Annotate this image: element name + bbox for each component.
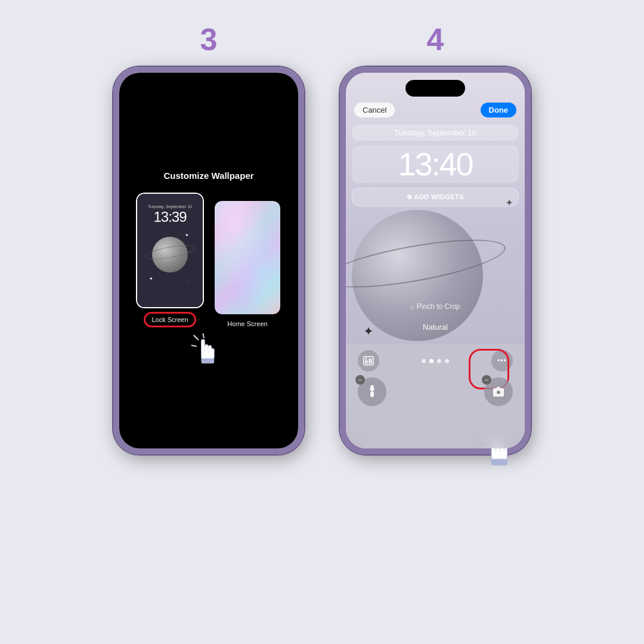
flashlight-minus: − bbox=[355, 375, 365, 385]
planet-preview-small: ✦ ✦ · bbox=[146, 228, 194, 287]
camera-button[interactable]: − bbox=[484, 377, 513, 406]
home-screen-card[interactable]: Home Screen bbox=[213, 200, 281, 327]
phone4-time-bar: 13:40 bbox=[352, 145, 519, 183]
sparkle3: · bbox=[187, 279, 188, 284]
phone4-date-text: Tuesday, September 10 bbox=[358, 128, 513, 137]
step-4-section: 4 ✦ ✦ Cancel Done Tuesday, Septe bbox=[340, 24, 531, 478]
dynamic-island-4 bbox=[405, 80, 465, 97]
step-4-number: 4 bbox=[427, 24, 444, 55]
sparkle2: ✦ bbox=[149, 276, 153, 281]
phone3-background: Customize Wallpaper Tuesday, September 1… bbox=[119, 73, 298, 448]
step-3-section: 3 Customize Wallpaper Tuesday, September… bbox=[113, 24, 304, 454]
phone4-bottom-toolbar: ••• − bbox=[346, 344, 525, 448]
svg-line-0 bbox=[194, 336, 198, 340]
hand-area-3 bbox=[190, 333, 228, 374]
lock-screen-label: Lock Screen bbox=[144, 312, 196, 327]
svg-rect-9 bbox=[369, 358, 372, 364]
home-screen-preview bbox=[215, 201, 280, 314]
dot-4 bbox=[445, 359, 449, 363]
svg-rect-6 bbox=[201, 358, 214, 364]
svg-rect-8 bbox=[365, 360, 368, 364]
natural-text: Natural bbox=[423, 323, 448, 332]
camera-minus: − bbox=[482, 375, 491, 385]
add-widgets-text: ⊕ ADD WIDGETS bbox=[357, 193, 513, 201]
svg-line-1 bbox=[191, 345, 196, 346]
done-button[interactable]: Done bbox=[481, 103, 517, 117]
lock-screen-label-container: Lock Screen bbox=[144, 312, 196, 327]
main-container: 3 Customize Wallpaper Tuesday, September… bbox=[0, 0, 644, 644]
natural-label-container: Natural bbox=[346, 321, 525, 332]
lock-preview-date: Tuesday, September 10 bbox=[148, 205, 192, 209]
phone4-background: ✦ ✦ Cancel Done Tuesday, September 10 13… bbox=[346, 73, 525, 448]
sparkle1: ✦ bbox=[185, 233, 189, 238]
lock-screen-preview: Tuesday, September 10 13:39 ✦ ✦ · bbox=[137, 194, 203, 307]
pinch-to-crop: ⌕ Pinch to Crop bbox=[346, 301, 525, 311]
phone-4: ✦ ✦ Cancel Done Tuesday, September 10 13… bbox=[340, 67, 531, 454]
dot-2 bbox=[429, 359, 434, 363]
svg-line-2 bbox=[203, 333, 203, 338]
dot-1 bbox=[422, 359, 426, 363]
planet-large-container: ✦ ✦ bbox=[346, 192, 525, 359]
phone-3: Customize Wallpaper Tuesday, September 1… bbox=[113, 67, 304, 454]
camera-button-container: − bbox=[484, 377, 513, 406]
svg-point-10 bbox=[366, 358, 367, 360]
lock-screen-card-inner: Tuesday, September 10 13:39 ✦ ✦ · bbox=[136, 193, 204, 308]
wallpaper-options: Tuesday, September 10 13:39 ✦ ✦ · bbox=[136, 193, 281, 327]
flashlight-button[interactable]: − bbox=[358, 377, 386, 406]
svg-rect-11 bbox=[370, 391, 374, 397]
svg-point-12 bbox=[497, 390, 501, 394]
add-widgets-bar[interactable]: ⊕ ADD WIDGETS bbox=[352, 188, 519, 206]
gallery-icon[interactable] bbox=[358, 350, 379, 371]
dots-row bbox=[422, 359, 449, 363]
lock-preview-time: 13:39 bbox=[153, 209, 186, 225]
phone4-date-bar: Tuesday, September 10 bbox=[352, 125, 519, 141]
dynamic-island-3 bbox=[179, 80, 239, 97]
phone4-time-text: 13:40 bbox=[353, 147, 518, 182]
step-3-number: 3 bbox=[200, 24, 218, 55]
hand-cursor-3 bbox=[190, 333, 228, 372]
pinch-text: ⌕ Pinch to Crop bbox=[410, 302, 460, 311]
iridescent-overlay bbox=[215, 201, 280, 314]
cancel-button[interactable]: Cancel bbox=[354, 103, 395, 117]
home-screen-label: Home Screen bbox=[227, 320, 267, 327]
svg-rect-19 bbox=[491, 459, 507, 466]
dot-3 bbox=[437, 359, 441, 363]
home-screen-card-inner bbox=[213, 200, 281, 315]
bottom-buttons-row: − − bbox=[346, 371, 525, 406]
customize-wallpaper-label: Customize Wallpaper bbox=[163, 171, 253, 181]
lock-screen-card[interactable]: Tuesday, September 10 13:39 ✦ ✦ · bbox=[136, 193, 204, 327]
